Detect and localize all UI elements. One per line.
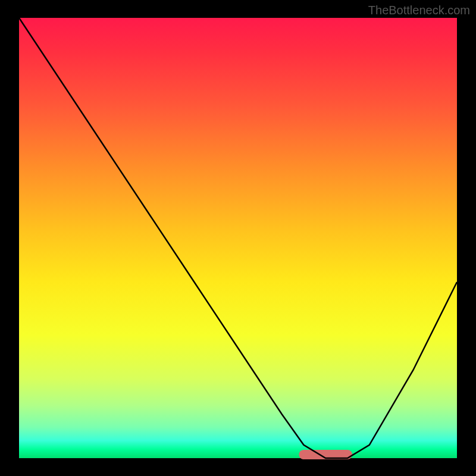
- watermark-text: TheBottleneck.com: [368, 4, 470, 17]
- chart-svg: [19, 18, 457, 458]
- chart-plot-area: [19, 18, 457, 458]
- chart-curve: [19, 18, 457, 458]
